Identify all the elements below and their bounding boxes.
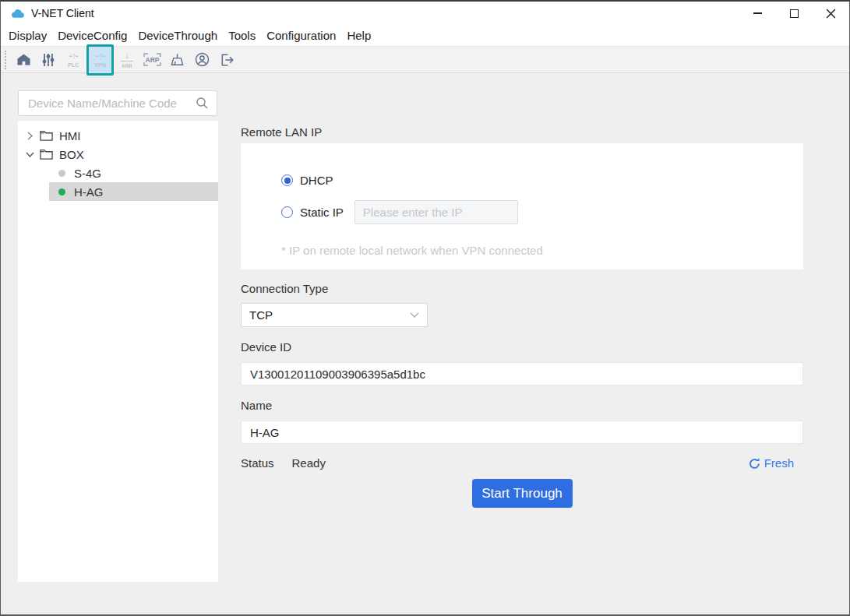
hmi-download-icon: ↓ HMI bbox=[121, 51, 133, 69]
refresh-icon bbox=[749, 457, 760, 470]
toolbar: -↑- PLC -↑- VPN ↓ HMI ARP bbox=[1, 46, 849, 73]
status-value: Ready bbox=[292, 456, 326, 470]
connection-type-label: Connection Type bbox=[241, 282, 803, 295]
device-tree: HMI BOX S-4G H-AG bbox=[18, 121, 218, 582]
sliders-icon bbox=[41, 53, 55, 67]
toolbar-drag-handle[interactable] bbox=[5, 51, 7, 69]
exit-logout-icon bbox=[220, 53, 235, 67]
tree-item-label: H-AG bbox=[74, 185, 104, 199]
chevron-down-icon bbox=[410, 312, 419, 318]
menu-display[interactable]: Display bbox=[3, 29, 52, 42]
dhcp-radio[interactable] bbox=[281, 174, 293, 186]
content-area: HMI BOX S-4G H-AG Remote LAN bbox=[1, 73, 849, 614]
window-title: V-NET Client bbox=[31, 7, 94, 19]
menu-help[interactable]: Help bbox=[341, 29, 376, 42]
device-search-input[interactable] bbox=[26, 96, 196, 111]
remote-lan-ip-label: Remote LAN IP bbox=[241, 125, 803, 139]
account-button[interactable] bbox=[190, 48, 213, 72]
tree-item-device-s4g[interactable]: S-4G bbox=[49, 164, 218, 182]
window-controls bbox=[739, 2, 849, 25]
dhcp-radio-label[interactable]: DHCP bbox=[300, 174, 333, 187]
svg-text:ARP: ARP bbox=[145, 56, 159, 64]
home-button[interactable] bbox=[12, 48, 35, 72]
maximize-button[interactable] bbox=[776, 2, 813, 25]
tree-item-hmi-group[interactable]: HMI bbox=[18, 126, 218, 145]
clean-broom-icon bbox=[170, 53, 185, 67]
maximize-icon bbox=[790, 9, 799, 18]
account-person-icon bbox=[195, 52, 210, 67]
dhcp-radio-row: DHCP bbox=[281, 174, 803, 187]
device-through-form: Remote LAN IP DHCP Static IP * IP on rem… bbox=[241, 73, 803, 508]
cloud-logo-icon bbox=[10, 8, 25, 19]
exit-button[interactable] bbox=[215, 48, 238, 72]
remote-lan-ip-card: DHCP Static IP * IP on remote local netw… bbox=[241, 143, 803, 269]
fresh-refresh-link[interactable]: Fresh bbox=[749, 456, 794, 470]
home-icon bbox=[16, 53, 31, 66]
static-ip-radio-row: Static IP bbox=[281, 200, 803, 224]
static-ip-radio[interactable] bbox=[281, 206, 293, 218]
fresh-label: Fresh bbox=[764, 456, 794, 470]
folder-icon bbox=[40, 149, 53, 160]
close-icon bbox=[826, 9, 836, 19]
plc-passthrough-icon: -↑- PLC bbox=[68, 51, 79, 68]
clean-button[interactable] bbox=[165, 48, 189, 72]
tree-item-box-group[interactable]: BOX bbox=[18, 145, 218, 164]
device-id-input[interactable] bbox=[241, 362, 803, 385]
tree-item-label: BOX bbox=[59, 148, 84, 161]
title-bar: V-NET Client bbox=[1, 2, 849, 25]
status-row: Status Ready Fresh bbox=[241, 456, 803, 470]
device-search-box bbox=[18, 90, 217, 116]
tree-item-label: HMI bbox=[59, 129, 81, 143]
connection-type-value: TCP bbox=[249, 308, 273, 322]
menu-devicethrough[interactable]: DeviceThrough bbox=[132, 29, 223, 42]
status-label: Status bbox=[241, 456, 274, 470]
arp-icon: ARP bbox=[143, 52, 162, 67]
vpn-passthrough-button[interactable]: -↑- VPN bbox=[86, 44, 114, 76]
minimize-button[interactable] bbox=[739, 2, 776, 25]
hmi-download-button[interactable]: ↓ HMI bbox=[115, 48, 139, 72]
name-label: Name bbox=[241, 399, 803, 412]
tree-item-label: S-4G bbox=[74, 167, 101, 180]
menu-tools[interactable]: Tools bbox=[223, 29, 261, 42]
menu-bar: Display DeviceConfig DeviceThrough Tools… bbox=[1, 25, 849, 46]
vpn-ip-note: * IP on remote local network when VPN co… bbox=[281, 244, 803, 257]
menu-deviceconfig[interactable]: DeviceConfig bbox=[52, 29, 132, 42]
device-id-label: Device ID bbox=[241, 340, 803, 354]
close-button[interactable] bbox=[813, 2, 849, 25]
chevron-down-icon bbox=[25, 152, 35, 157]
folder-icon bbox=[40, 130, 53, 142]
start-through-button[interactable]: Start Through bbox=[472, 479, 573, 508]
chevron-right-icon bbox=[25, 132, 35, 140]
plc-passthrough-button[interactable]: -↑- PLC bbox=[62, 48, 85, 72]
device-name-input[interactable] bbox=[241, 421, 803, 444]
tree-item-device-hag[interactable]: H-AG bbox=[49, 182, 218, 201]
device-settings-button[interactable] bbox=[37, 48, 60, 72]
search-icon bbox=[196, 97, 209, 110]
static-ip-radio-label[interactable]: Static IP bbox=[300, 206, 344, 219]
minimize-icon bbox=[753, 12, 762, 14]
offline-status-dot-icon bbox=[58, 170, 65, 177]
button-row: Start Through bbox=[241, 479, 803, 508]
app-window: V-NET Client Display DeviceConfig Device… bbox=[0, 0, 850, 616]
static-ip-input[interactable] bbox=[354, 200, 518, 224]
arp-button[interactable]: ARP bbox=[140, 48, 164, 72]
menu-configuration[interactable]: Configuration bbox=[261, 29, 341, 42]
vpn-passthrough-icon: -↑- VPN bbox=[94, 51, 105, 68]
online-status-dot-icon bbox=[58, 188, 65, 195]
connection-type-select[interactable]: TCP bbox=[241, 303, 428, 327]
